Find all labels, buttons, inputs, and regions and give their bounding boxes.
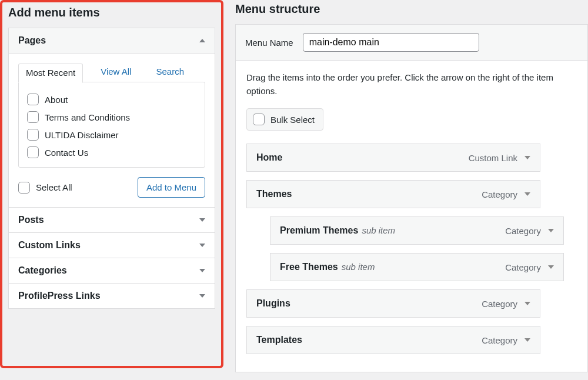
checkbox[interactable]: [27, 146, 39, 158]
menu-structure-heading: Menu structure: [235, 2, 588, 16]
select-all-row[interactable]: Select All: [18, 179, 72, 196]
accordion-profilepress-title: ProfilePress Links: [18, 291, 101, 301]
add-menu-items-panel: Add menu items Pages Most Recent View Al…: [0, 0, 223, 368]
caret-down-icon[interactable]: [524, 338, 530, 342]
menu-item[interactable]: ThemesCategory: [246, 180, 540, 208]
list-item[interactable]: Terms and Conditions: [27, 108, 196, 126]
accordion-custom-links-header[interactable]: Custom Links: [9, 232, 215, 258]
caret-down-icon[interactable]: [524, 302, 530, 305]
pages-tabs: Most Recent View All Search: [18, 63, 205, 82]
sub-item-label: sub item: [342, 262, 375, 272]
accordion-pages-title: Pages: [18, 35, 46, 46]
checkbox[interactable]: [27, 111, 39, 123]
sub-item-label: sub item: [362, 225, 395, 235]
accordion-categories-title: Categories: [18, 265, 67, 276]
accordion-posts-title: Posts: [18, 215, 44, 225]
menu-item-title: Templates: [256, 335, 302, 345]
menu-sources-accordion: Pages Most Recent View All Search About: [8, 28, 215, 309]
page-label: About: [45, 95, 68, 105]
pages-bottom-row: Select All Add to Menu: [18, 177, 205, 198]
checkbox[interactable]: [253, 114, 265, 125]
menu-item-type: Category: [505, 262, 541, 272]
menu-item-title: Free Themes: [280, 262, 338, 272]
bulk-select-toggle[interactable]: Bulk Select: [246, 108, 323, 131]
page-label: Contact Us: [45, 148, 88, 158]
accordion-pages-body: Most Recent View All Search About Terms …: [9, 53, 215, 207]
accordion-custom-links-title: Custom Links: [18, 240, 81, 251]
pages-list: About Terms and Conditions ULTIDA Discla…: [18, 82, 205, 168]
caret-down-icon: [199, 269, 205, 272]
tab-search[interactable]: Search: [149, 63, 191, 82]
menu-items-list: HomeCustom LinkThemesCategoryPremium The…: [246, 144, 577, 354]
menu-item-title: Themes: [256, 189, 292, 199]
caret-down-icon[interactable]: [524, 192, 530, 196]
caret-down-icon: [199, 218, 205, 222]
checkbox[interactable]: [27, 94, 39, 105]
menu-item[interactable]: PluginsCategory: [246, 289, 540, 318]
caret-down-icon: [199, 294, 205, 298]
add-menu-items-heading: Add menu items: [8, 6, 215, 19]
menu-item-type: Custom Link: [469, 153, 517, 163]
menu-structure-body: Drag the items into the order you prefer…: [235, 61, 588, 372]
tab-most-recent[interactable]: Most Recent: [18, 64, 83, 83]
menu-name-input[interactable]: [303, 33, 479, 52]
caret-down-icon[interactable]: [524, 156, 530, 159]
menu-item-title: Home: [256, 152, 282, 162]
page-label: Terms and Conditions: [45, 112, 130, 122]
checkbox[interactable]: [27, 129, 39, 141]
drag-instructions: Drag the items into the order you prefer…: [246, 71, 577, 98]
select-all-label: Select All: [36, 182, 72, 192]
accordion-pages-header[interactable]: Pages: [9, 28, 215, 53]
caret-down-icon[interactable]: [548, 265, 554, 269]
menu-item[interactable]: Premium Themessub itemCategory: [270, 216, 564, 245]
menu-item-type: Category: [482, 189, 517, 199]
accordion-profilepress-header[interactable]: ProfilePress Links: [9, 283, 215, 308]
accordion-categories-header[interactable]: Categories: [9, 258, 215, 283]
menu-item[interactable]: TemplatesCategory: [246, 326, 540, 354]
accordion-posts-header[interactable]: Posts: [9, 207, 215, 232]
tab-view-all[interactable]: View All: [93, 63, 138, 82]
menu-item[interactable]: HomeCustom Link: [246, 144, 540, 172]
menu-item-title: Premium Themes: [280, 225, 358, 235]
caret-up-icon: [199, 39, 205, 42]
page-label: ULTIDA Disclaimer: [45, 130, 119, 140]
list-item[interactable]: ULTIDA Disclaimer: [27, 126, 196, 144]
bulk-select-label: Bulk Select: [270, 115, 315, 125]
menu-name-label: Menu Name: [245, 38, 293, 48]
caret-down-icon[interactable]: [548, 229, 554, 232]
caret-down-icon: [199, 244, 205, 247]
list-item[interactable]: Contact Us: [27, 144, 196, 161]
list-item[interactable]: About: [27, 91, 196, 108]
menu-item[interactable]: Free Themessub itemCategory: [270, 253, 564, 281]
menu-item-title: Plugins: [256, 298, 290, 308]
add-to-menu-button[interactable]: Add to Menu: [138, 177, 205, 198]
checkbox[interactable]: [18, 182, 30, 194]
menu-item-type: Category: [505, 226, 541, 236]
menu-item-type: Category: [482, 335, 517, 345]
menu-structure-panel: Menu structure Menu Name Drag the items …: [235, 0, 588, 368]
menu-name-row: Menu Name: [235, 24, 588, 61]
menu-item-type: Category: [482, 299, 517, 309]
